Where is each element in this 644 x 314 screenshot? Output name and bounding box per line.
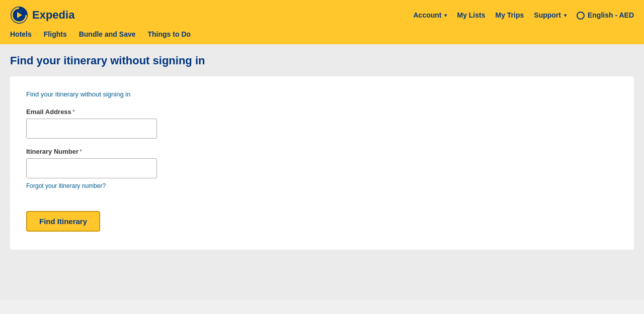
site-header: Expedia Account ▾ My Lists My Trips Supp… — [0, 0, 644, 44]
account-chevron-icon: ▾ — [444, 13, 447, 18]
header-top: Expedia Account ▾ My Lists My Trips Supp… — [10, 0, 634, 30]
expedia-logo-icon — [10, 6, 28, 24]
itinerary-number-input[interactable] — [26, 158, 157, 178]
nav-account[interactable]: Account ▾ — [413, 11, 447, 19]
nav-my-lists[interactable]: My Lists — [457, 11, 485, 19]
email-input[interactable] — [26, 119, 157, 139]
nav-hotels[interactable]: Hotels — [10, 30, 32, 38]
header-nav-bottom: Hotels Flights Bundle and Save Things to… — [10, 30, 634, 44]
page-title: Find your itinerary without signing in — [10, 54, 634, 67]
find-itinerary-button[interactable]: Find Itinerary — [26, 211, 100, 232]
logo[interactable]: Expedia — [10, 6, 74, 24]
nav-language[interactable]: English - AED — [577, 11, 634, 19]
main-content: Find your itinerary without signing in F… — [0, 44, 644, 300]
nav-flights[interactable]: Flights — [44, 30, 67, 38]
support-chevron-icon: ▾ — [564, 13, 567, 18]
email-label: Email Address* — [26, 108, 618, 116]
header-nav-right: Account ▾ My Lists My Trips Support ▾ En… — [413, 11, 634, 19]
email-required-star: * — [72, 108, 75, 116]
globe-icon — [577, 12, 585, 20]
nav-things-to-do[interactable]: Things to Do — [148, 30, 191, 38]
card-subtitle: Find your itinerary without signing in — [26, 90, 618, 98]
itinerary-label: Itinerary Number* — [26, 148, 618, 155]
itinerary-form-group: Itinerary Number* Forgot your itinerary … — [26, 148, 618, 190]
email-form-group: Email Address* — [26, 108, 618, 139]
itinerary-card: Find your itinerary without signing in E… — [10, 76, 634, 250]
logo-text: Expedia — [32, 9, 74, 22]
nav-support[interactable]: Support ▾ — [534, 11, 567, 19]
itinerary-required-star: * — [79, 148, 82, 155]
forgot-itinerary-link[interactable]: Forgot your itinerary number? — [26, 182, 106, 189]
nav-my-trips[interactable]: My Trips — [496, 11, 524, 19]
nav-bundle-save[interactable]: Bundle and Save — [79, 30, 136, 38]
